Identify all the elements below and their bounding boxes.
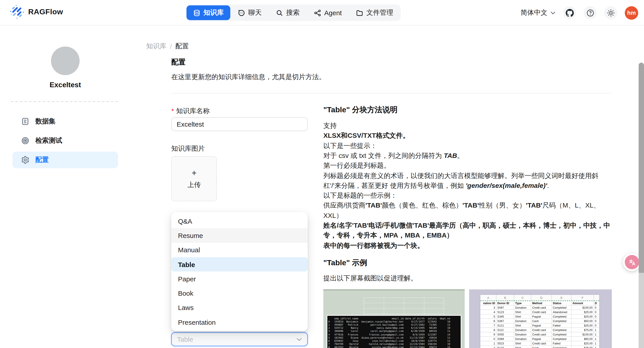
language-label: 简体中文 <box>520 8 548 17</box>
sidebar-item-label: 配置 <box>35 156 49 164</box>
sheet-row: 6S367DonationCashCompleted$50,000 <box>480 319 599 324</box>
sheet-row: 9S055DonationCredit cardCompleted$100,00… <box>480 332 599 337</box>
sheet-cell: 6 <box>480 319 496 324</box>
sheet-cell: $25,00 <box>572 341 594 346</box>
sidebar-item-label: 检索测试 <box>35 136 62 145</box>
chunk-method-select[interactable]: Table <box>171 332 308 346</box>
dataset-icon <box>21 117 30 126</box>
page-scrollbar <box>639 26 644 348</box>
sheet-cell: $75,00 <box>572 328 594 332</box>
tab-knowledge-base[interactable]: 知识库 <box>186 5 230 20</box>
sidebar-item-configuration[interactable]: 配置 <box>12 152 118 168</box>
sheet-cell: Donation <box>514 332 531 337</box>
tab-agent[interactable]: Agent <box>307 5 348 20</box>
brand[interactable]: RAGFlow <box>9 4 63 20</box>
sheet-cell: 0 <box>594 324 600 328</box>
sheet-cell: Credit card <box>531 328 552 332</box>
upload-dropzone[interactable]: + 上传 <box>171 156 217 201</box>
github-button[interactable] <box>563 6 576 19</box>
theme-toggle-button[interactable] <box>604 6 617 19</box>
sheet-cell: S112 <box>496 328 514 332</box>
help-icon <box>586 9 594 17</box>
sheet-cell: Shirt <box>514 314 531 319</box>
help-button[interactable] <box>584 6 596 19</box>
database-icon <box>193 9 200 16</box>
sheet-cell: Donation <box>514 337 531 341</box>
sheet-cell: $25,00 <box>572 324 594 328</box>
sheet-row: 3S067DonationCredit cardCompleted$100,00… <box>480 306 599 310</box>
sheet-cell: Amount <box>572 301 594 306</box>
sheet-cell: Completed <box>552 346 572 348</box>
sheet-cell: Cash <box>531 319 552 324</box>
retrieval-test-icon <box>21 136 30 145</box>
tab-label: Agent <box>324 9 342 16</box>
sheet-cell: $100,00 <box>572 306 594 310</box>
sheet-cell: G <box>594 295 600 300</box>
upload-label: 上传 <box>188 180 201 189</box>
help-example-title: "Table" 示例 <box>323 258 612 268</box>
sheet-cell: Completed <box>552 306 572 310</box>
chunk-method-option[interactable]: Presentation <box>171 315 308 330</box>
sheet-cell: $100,00 <box>572 332 594 337</box>
chunk-method-option[interactable]: Book <box>171 286 308 300</box>
sheet-cell: S123 <box>496 346 514 348</box>
chunk-method-option[interactable]: Q&A <box>171 214 308 228</box>
sheet-row: ABCDEFG <box>480 295 599 301</box>
help-example-hint: 提出以下屏幕截图以促进理解。 <box>323 274 612 283</box>
chunk-method-option[interactable]: Resume <box>171 228 308 243</box>
sheet-cell: $25,00 <box>572 310 594 314</box>
translate-fab[interactable] <box>623 253 641 271</box>
chunk-method-value: Table <box>177 336 193 343</box>
sheet-cell: S345 <box>496 314 514 319</box>
sheet-cell: Completed <box>552 332 572 337</box>
sheet-cell: 2 <box>480 346 496 348</box>
kb-name: Exceltest <box>0 81 130 89</box>
chunk-method-option[interactable]: Paper <box>171 272 308 286</box>
user-avatar[interactable]: hm <box>625 6 638 20</box>
sidebar-item-dataset[interactable]: 数据集 <box>12 113 118 130</box>
sheet-row: 4S123ShirtCredit cardAbandoned$25,000 <box>480 310 599 314</box>
ragflow-app: RAGFlow 知识库 <box>0 0 644 348</box>
sheet-cell: 0 <box>594 314 600 319</box>
chunk-method-option[interactable]: Manual <box>171 243 308 257</box>
language-selector[interactable]: 简体中文 <box>520 8 556 17</box>
tab-file-management[interactable]: 文件管理 <box>349 5 400 20</box>
sheet-row: 8S112DonationCredit cardCompleted$75,001 <box>480 328 599 332</box>
sheet-cell: F <box>572 295 594 300</box>
main-nav-tabs: 知识库 聊天 搜索 <box>186 4 401 21</box>
sheet-cell: Method <box>531 301 552 306</box>
chunk-method-option[interactable]: Laws <box>171 300 308 315</box>
sheet-cell: Completed <box>552 319 572 324</box>
kb-name-input[interactable] <box>171 117 308 131</box>
sheet-cell: Credit card <box>531 310 552 314</box>
sheet-cell: S089 <box>496 337 514 341</box>
chat-icon <box>238 9 245 16</box>
scrollbar-track <box>639 273 644 348</box>
sidebar-item-retrieval-test[interactable]: 检索测试 <box>12 132 118 149</box>
sheet-cell: Completed <box>552 328 572 332</box>
tab-search[interactable]: 搜索 <box>269 5 306 20</box>
brand-name: RAGFlow <box>28 8 63 16</box>
sheet-cell: 1 <box>594 337 600 341</box>
help-line: 支持 <box>323 121 612 131</box>
page-title: 配置 <box>171 58 612 67</box>
tab-label: 文件管理 <box>366 8 393 17</box>
tab-chat[interactable]: 聊天 <box>231 5 268 20</box>
sheet-cell: B <box>496 295 514 300</box>
chunk-method-option[interactable]: Table <box>171 257 308 272</box>
sheet-cell: 1 <box>594 341 600 346</box>
sheet-cell: 0 <box>594 310 600 314</box>
sheet-cell: Paypal <box>531 314 552 319</box>
sheet-row: 0S089DonationPaypalCompleted$60,001 <box>480 337 599 341</box>
help-line: 供应商/供货商'TAB'颜色（黄色、红色、棕色）'TAB'性别（男、女）'TAB… <box>323 200 612 220</box>
breadcrumb-knowledge-base[interactable]: 知识库 <box>146 42 166 50</box>
help-line: 列标题必须是有意义的术语，以便我们的大语言模型能够理解。列举一些同义词时最好使用… <box>323 171 612 190</box>
sheet-cell: A <box>480 295 496 300</box>
sheet-cell: Completed <box>552 337 572 341</box>
scrollbar-thumb[interactable] <box>639 62 644 275</box>
sheet-cell: Shirt <box>514 324 531 328</box>
sheet-cell: Donation <box>514 319 531 324</box>
sheet-cell: Credit card <box>531 332 552 337</box>
sheet-cell: 4 <box>480 310 496 314</box>
search-icon <box>276 9 283 16</box>
